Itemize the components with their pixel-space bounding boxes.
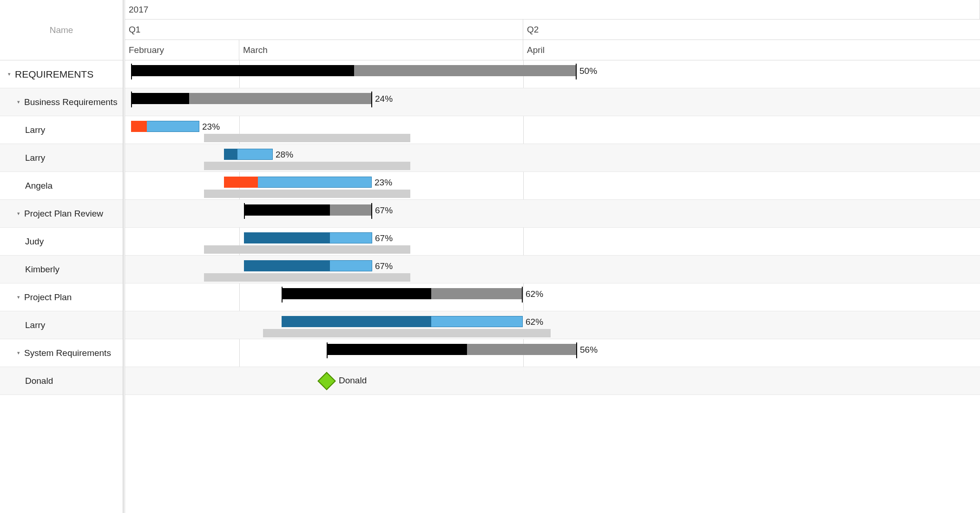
task-name-cell[interactable]: ▾Project Plan (0, 283, 123, 311)
task-row: 50% (125, 60, 980, 88)
timeline-body[interactable]: 50%24%23%28%23%67%67%67%62%62%56%Donald (125, 60, 980, 395)
timeline-year-row: 2017 (125, 0, 980, 20)
progress-label: 23% (375, 178, 392, 188)
task-name-cell[interactable]: ▾REQUIREMENTS (0, 60, 123, 88)
name-column-header: Name (0, 0, 123, 60)
task-name-cell: Larry (0, 311, 123, 339)
gantt-chart: Name ▾REQUIREMENTS▾Business Requirements… (0, 0, 980, 513)
timeline-year: 2017 (125, 0, 980, 19)
baseline-bar (204, 273, 410, 282)
progress-label: 67% (375, 205, 393, 216)
bar-progress (327, 344, 467, 355)
task-name-label: Donald (25, 376, 53, 386)
summary-bar[interactable]: 67% (244, 204, 372, 216)
bar-progress (244, 260, 330, 271)
baseline-bar (204, 245, 410, 254)
progress-label: 24% (375, 94, 393, 104)
timeline-panel[interactable]: 2017 Q1Q2 FebruaryMarchApril 50%24%23%28… (123, 0, 980, 513)
name-column-label: Name (50, 25, 73, 35)
task-name-label: Angela (25, 181, 53, 191)
baseline-bar (204, 190, 410, 198)
timeline-month-row: FebruaryMarchApril (125, 40, 980, 60)
progress-label: 62% (526, 317, 543, 327)
task-row: 62% (125, 283, 980, 311)
progress-label: 56% (580, 345, 598, 355)
bar-progress (244, 232, 330, 243)
task-name-cell[interactable]: ▾System Requirements (0, 339, 123, 367)
task-row: 67% (125, 256, 980, 283)
progress-label: 28% (276, 150, 293, 160)
task-name-label: REQUIREMENTS (15, 69, 93, 80)
baseline-bar (263, 329, 551, 337)
task-name-label: Judy (25, 237, 44, 247)
timeline-quarter: Q2 (523, 20, 980, 39)
task-name-cell[interactable]: ▾Project Plan Review (0, 200, 123, 228)
bar-progress (131, 93, 189, 104)
task-name-label: Project Plan (24, 292, 72, 303)
expand-caret-icon[interactable]: ▾ (7, 71, 12, 77)
expand-caret-icon[interactable]: ▾ (16, 210, 21, 217)
task-bar[interactable]: 28% (224, 149, 273, 160)
baseline-bar (204, 134, 410, 142)
bar-progress (131, 65, 354, 76)
task-row: 23% (125, 116, 980, 144)
task-bar[interactable]: 23% (131, 121, 199, 132)
task-name-cell: Donald (0, 367, 123, 395)
expand-caret-icon[interactable]: ▾ (16, 350, 21, 356)
task-name-column: Name ▾REQUIREMENTS▾Business Requirements… (0, 0, 123, 513)
bar-progress (131, 121, 147, 132)
timeline-month: February (125, 40, 239, 60)
timeline-header: 2017 Q1Q2 FebruaryMarchApril (125, 0, 980, 60)
progress-label: 23% (202, 122, 220, 132)
task-bar[interactable]: 23% (224, 177, 372, 188)
expand-caret-icon[interactable]: ▾ (16, 294, 21, 300)
task-row: 23% (125, 172, 980, 200)
bar-progress (282, 316, 431, 327)
task-row: 56% (125, 339, 980, 367)
task-row: 62% (125, 311, 980, 339)
task-row: 28% (125, 144, 980, 172)
bar-progress (244, 204, 330, 216)
timeline-quarter: Q1 (125, 20, 523, 39)
bar-progress (224, 177, 258, 188)
task-name-cell[interactable]: ▾Business Requirements (0, 88, 123, 116)
progress-label: 67% (375, 261, 393, 271)
task-name-label: Business Requirements (24, 97, 118, 107)
summary-bar[interactable]: 56% (327, 344, 577, 355)
task-row: 67% (125, 200, 980, 228)
task-bar[interactable]: 67% (244, 232, 372, 243)
task-name-label: Larry (25, 125, 45, 135)
progress-label: 50% (579, 66, 597, 76)
task-name-cell: Larry (0, 144, 123, 172)
bar-progress (282, 288, 431, 299)
task-name-label: Larry (25, 153, 45, 163)
task-row: Donald (125, 367, 980, 395)
expand-caret-icon[interactable]: ▾ (16, 99, 21, 105)
timeline-month: March (239, 40, 523, 60)
task-name-label: Project Plan Review (24, 209, 103, 219)
baseline-bar (204, 162, 410, 170)
task-bar[interactable]: 67% (244, 260, 372, 271)
progress-label: 62% (526, 289, 543, 299)
progress-label: 67% (375, 233, 393, 243)
task-row: 67% (125, 228, 980, 256)
task-bar[interactable]: 62% (282, 316, 523, 327)
task-name-cell: Kimberly (0, 256, 123, 283)
task-name-cell: Judy (0, 228, 123, 256)
task-name-label: System Requirements (24, 348, 111, 358)
summary-bar[interactable]: 24% (131, 93, 372, 104)
summary-bar[interactable]: 62% (282, 288, 523, 299)
bar-progress (224, 149, 237, 160)
timeline-month: April (523, 40, 980, 60)
task-name-cell: Angela (0, 172, 123, 200)
task-name-label: Larry (25, 320, 45, 330)
milestone-label: Donald (339, 375, 367, 386)
task-name-cell: Larry (0, 116, 123, 144)
timeline-quarter-row: Q1Q2 (125, 20, 980, 40)
task-name-label: Kimberly (25, 264, 59, 275)
task-row: 24% (125, 88, 980, 116)
summary-bar[interactable]: 50% (131, 65, 577, 76)
milestone-diamond-icon[interactable] (317, 372, 336, 390)
